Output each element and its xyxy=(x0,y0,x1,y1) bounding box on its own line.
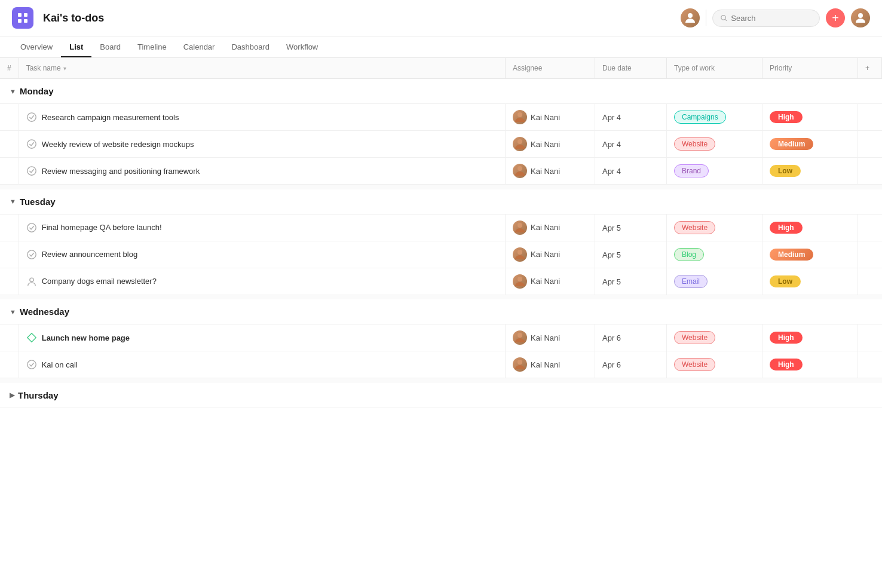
section-chevron-monday[interactable]: ▼ xyxy=(10,88,16,95)
person-icon xyxy=(26,276,37,287)
task-table-container: # Task name ▾ Assignee Due date Type of … xyxy=(0,58,882,408)
nav-list[interactable]: List xyxy=(61,36,91,57)
assignee-avatar xyxy=(513,357,527,372)
check-circle-icon xyxy=(26,222,37,233)
check-circle-icon xyxy=(26,249,37,260)
section-tuesday: ▼ Tuesday xyxy=(0,189,882,215)
check-circle-icon xyxy=(26,166,37,176)
svg-rect-1 xyxy=(24,13,27,17)
task-assignee: Kai Nani xyxy=(506,214,595,241)
task-dropdown-arrow[interactable]: ▾ xyxy=(63,65,66,72)
svg-point-15 xyxy=(517,223,522,228)
task-name-cell[interactable]: Review announcement blog xyxy=(19,241,505,268)
task-type-of-work: Email xyxy=(667,268,762,295)
user-avatar-left[interactable] xyxy=(681,8,700,27)
task-name-cell[interactable]: Review messaging and positioning framewo… xyxy=(19,158,505,185)
svg-point-7 xyxy=(858,13,863,18)
svg-rect-0 xyxy=(18,13,22,17)
task-add xyxy=(858,241,882,268)
task-priority: High xyxy=(762,324,858,351)
section-toggle-tuesday[interactable]: ▼ Tuesday xyxy=(10,197,872,207)
add-button[interactable]: + xyxy=(826,8,845,27)
table-row[interactable]: Review announcement blog Kai Nani Apr 5 … xyxy=(0,241,882,268)
table-row[interactable]: Weekly review of website redesign mockup… xyxy=(0,131,882,158)
task-name-cell[interactable]: Company dogs email newsletter? xyxy=(19,268,505,295)
task-priority: Low xyxy=(762,158,858,185)
svg-marker-20 xyxy=(27,333,35,342)
task-name-cell[interactable]: Weekly review of website redesign mockup… xyxy=(19,131,505,158)
section-chevron-thursday[interactable]: ▶ xyxy=(10,391,14,399)
task-type-of-work: Brand xyxy=(667,158,762,185)
task-due-date: Apr 6 xyxy=(595,351,667,378)
task-assignee: Kai Nani xyxy=(506,131,595,158)
task-type-of-work: Website xyxy=(667,351,762,378)
app-icon[interactable] xyxy=(12,7,33,29)
svg-point-9 xyxy=(517,112,522,117)
task-number xyxy=(0,131,19,158)
table-row[interactable]: Kai on call Kai Nani Apr 6 Website xyxy=(0,351,882,378)
task-number xyxy=(0,241,19,268)
svg-point-11 xyxy=(517,139,522,144)
task-number xyxy=(0,158,19,185)
svg-point-22 xyxy=(27,360,35,369)
task-name-cell[interactable]: Kai on call xyxy=(19,351,505,378)
nav-workflow[interactable]: Workflow xyxy=(278,36,326,57)
svg-point-5 xyxy=(721,16,725,20)
col-add-header[interactable]: + xyxy=(858,58,882,79)
section-toggle-thursday[interactable]: ▶ Thursday xyxy=(10,390,872,400)
search-icon xyxy=(720,14,727,22)
task-name-cell[interactable]: Launch new home page xyxy=(19,324,505,351)
svg-point-21 xyxy=(517,333,522,338)
task-add xyxy=(858,158,882,185)
header-right: + xyxy=(681,8,870,27)
assignee-avatar xyxy=(513,247,527,262)
table-row[interactable]: Launch new home page Kai Nani Apr 6 Webs… xyxy=(0,324,882,351)
section-chevron-tuesday[interactable]: ▼ xyxy=(10,198,16,205)
section-chevron-wednesday[interactable]: ▼ xyxy=(10,308,16,316)
check-circle-icon xyxy=(26,359,37,370)
task-assignee: Kai Nani xyxy=(506,241,595,268)
task-priority: High xyxy=(762,214,858,241)
task-name: Review messaging and positioning framewo… xyxy=(42,167,200,176)
task-due-date: Apr 5 xyxy=(595,214,667,241)
task-due-date: Apr 4 xyxy=(595,158,667,185)
section-toggle-wednesday[interactable]: ▼ Wednesday xyxy=(10,307,872,317)
svg-point-10 xyxy=(27,140,35,148)
app-title: Kai's to-dos xyxy=(43,12,104,24)
section-monday: ▼ Monday xyxy=(0,79,882,104)
divider xyxy=(706,10,706,26)
task-add xyxy=(858,351,882,378)
task-name: Research campaign measurement tools xyxy=(42,113,179,122)
svg-point-16 xyxy=(27,250,35,258)
assignee-avatar xyxy=(513,110,527,124)
table-row[interactable]: Final homepage QA before launch! Kai Nan… xyxy=(0,214,882,241)
col-assignee-header: Assignee xyxy=(506,58,595,79)
table-row[interactable]: Review messaging and positioning framewo… xyxy=(0,158,882,185)
col-hash: # xyxy=(0,58,19,79)
search-box[interactable] xyxy=(712,10,820,27)
section-label-wednesday: Wednesday xyxy=(20,307,69,317)
task-due-date: Apr 4 xyxy=(595,104,667,131)
col-priority-header: Priority xyxy=(762,58,858,79)
table-row[interactable]: Research campaign measurement tools Kai … xyxy=(0,104,882,131)
task-name-cell[interactable]: Research campaign measurement tools xyxy=(19,104,505,131)
search-input[interactable] xyxy=(731,14,812,23)
task-priority: Low xyxy=(762,268,858,295)
task-table: # Task name ▾ Assignee Due date Type of … xyxy=(0,58,882,408)
check-circle-icon xyxy=(26,112,37,122)
task-name: Kai on call xyxy=(42,360,78,369)
svg-point-8 xyxy=(27,113,35,121)
nav-board[interactable]: Board xyxy=(91,36,129,57)
task-assignee: Kai Nani xyxy=(506,104,595,131)
check-circle-icon xyxy=(26,139,37,149)
table-header: # Task name ▾ Assignee Due date Type of … xyxy=(0,58,882,79)
nav-timeline[interactable]: Timeline xyxy=(129,36,175,57)
table-row[interactable]: Company dogs email newsletter? Kai Nani … xyxy=(0,268,882,295)
nav-dashboard[interactable]: Dashboard xyxy=(223,36,278,57)
nav-calendar[interactable]: Calendar xyxy=(175,36,223,57)
nav-overview[interactable]: Overview xyxy=(12,36,61,57)
task-priority: High xyxy=(762,351,858,378)
task-name-cell[interactable]: Final homepage QA before launch! xyxy=(19,214,505,241)
user-avatar-right[interactable] xyxy=(851,8,870,27)
section-toggle-monday[interactable]: ▼ Monday xyxy=(10,86,872,96)
